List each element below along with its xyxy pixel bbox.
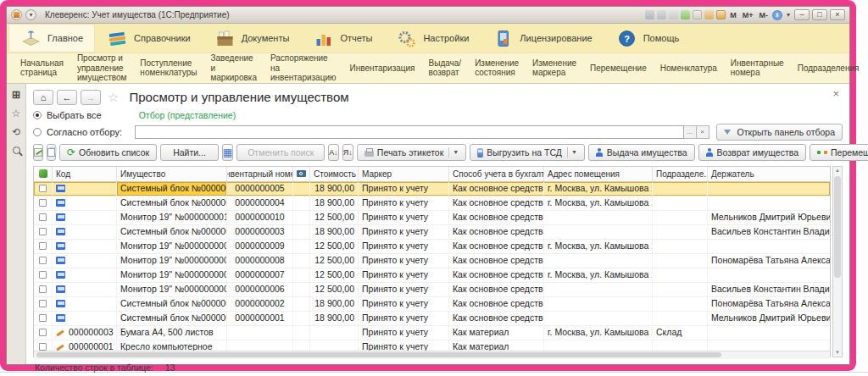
table-row[interactable]: 000000001Кресло компьютерноеПринято к уч… xyxy=(34,340,830,351)
memory-m-button[interactable]: M xyxy=(728,11,738,19)
row-select-cell[interactable] xyxy=(34,340,53,351)
form-close-icon[interactable]: × xyxy=(829,87,843,100)
header-address[interactable]: Адрес помещения xyxy=(544,167,653,181)
row-select-cell[interactable] xyxy=(34,240,53,253)
table-row[interactable]: Монитор 19" №0000000008000000000812 500,… xyxy=(34,254,830,268)
header-marker[interactable]: Маркер xyxy=(359,167,449,181)
row-checkbox[interactable] xyxy=(39,343,47,351)
row-select-cell[interactable] xyxy=(34,196,53,210)
table-row[interactable]: Системный блок №0000000003000000000318 9… xyxy=(34,225,830,240)
row-select-cell[interactable] xyxy=(34,268,53,282)
row-select-cell[interactable] xyxy=(34,254,53,268)
subnav-item-1[interactable]: Просмотр и управление имуществом xyxy=(70,53,133,83)
save-icon[interactable] xyxy=(645,10,654,19)
calendar-icon[interactable] xyxy=(716,10,726,19)
horizontal-scrollbar[interactable] xyxy=(34,351,830,359)
table-row[interactable]: Монитор 19" №0000000007000000000712 500,… xyxy=(34,268,830,283)
create-button[interactable] xyxy=(33,144,43,161)
row-checkbox[interactable] xyxy=(39,185,47,192)
filter-clear-icon[interactable]: × xyxy=(697,125,709,139)
header-account-method[interactable]: Способ учета в бухгалтерии xyxy=(449,167,544,181)
home-button[interactable]: ⌂ xyxy=(33,90,53,105)
header-name[interactable]: Имущество xyxy=(117,167,227,181)
row-select-cell[interactable] xyxy=(34,225,53,239)
table-row[interactable]: Монитор 19" №0000000009000000000912 500,… xyxy=(34,240,830,254)
row-checkbox[interactable] xyxy=(39,213,47,221)
star-icon[interactable]: ☆ xyxy=(108,90,119,105)
select-all-radio[interactable] xyxy=(33,111,42,119)
row-checkbox[interactable] xyxy=(39,242,47,250)
table-row[interactable]: 000000003Бумага А4, 500 листовПринято к … xyxy=(34,326,830,340)
row-select-cell[interactable] xyxy=(34,297,53,311)
minimize-button[interactable]: – xyxy=(794,9,810,20)
print-preview-icon[interactable] xyxy=(669,10,678,19)
subnav-item-9[interactable]: Перемещение xyxy=(583,64,654,74)
row-checkbox[interactable] xyxy=(39,314,47,322)
issue-asset-button[interactable]: Выдача имущества xyxy=(588,144,695,161)
header-inventory-number[interactable]: Инвентарный номер xyxy=(227,167,293,181)
table-row[interactable]: Монитор 19" №0000000010000000001012 500,… xyxy=(34,211,830,225)
subnav-item-10[interactable]: Номенклатура xyxy=(654,64,724,74)
refresh-button[interactable]: ⟳Обновить список xyxy=(59,144,157,161)
upload-tsd-button[interactable]: Выгрузить на ТСД▼ xyxy=(470,144,585,161)
row-select-cell[interactable] xyxy=(34,211,53,224)
back-button[interactable]: ← xyxy=(57,90,77,105)
scroll-down-icon[interactable]: ▼ xyxy=(835,349,840,357)
row-checkbox[interactable] xyxy=(39,199,47,207)
table-row[interactable]: Монитор 19" №0000000006000000000612 500,… xyxy=(34,283,830,297)
subnav-item-11[interactable]: Инвентарные номера xyxy=(724,58,791,78)
subnav-item-2[interactable]: Поступление номенклатуры xyxy=(133,58,203,78)
header-select[interactable] xyxy=(34,167,53,181)
table-row[interactable]: Системный блок №0000000004000000000418 9… xyxy=(34,196,830,211)
ribbon-tab-документы[interactable]: Документы xyxy=(203,24,302,53)
row-select-cell[interactable] xyxy=(34,326,53,340)
subnav-item-5[interactable]: Инвентаризация xyxy=(342,64,421,74)
close-button[interactable]: × xyxy=(830,9,845,20)
header-cost[interactable]: Стоимость xyxy=(310,167,359,181)
favorites-icon[interactable]: ☆ xyxy=(12,108,21,119)
ribbon-tab-лицензирование[interactable]: Лицензирование xyxy=(481,24,604,53)
return-asset-button[interactable]: Возврат имущества xyxy=(698,144,806,161)
vertical-scrollbar[interactable]: ▲ ▼ xyxy=(832,166,843,357)
subnav-item-6[interactable]: Выдача/возврат xyxy=(422,58,469,78)
memory-m-plus-button[interactable]: M+ xyxy=(741,11,755,19)
find-button[interactable]: Найти... xyxy=(160,144,219,161)
subnav-item-3[interactable]: Заведение и маркировка xyxy=(203,53,264,83)
table-row[interactable]: Системный блок №0000000005000000000518 9… xyxy=(34,182,830,196)
search-icon[interactable] xyxy=(13,147,20,154)
cancel-search-button[interactable]: Отменить поиск xyxy=(236,144,325,161)
row-checkbox[interactable] xyxy=(39,300,47,307)
row-select-cell[interactable] xyxy=(34,182,53,196)
sort-asc-button[interactable]: А↓ xyxy=(328,144,339,161)
info-icon[interactable]: i xyxy=(772,10,782,20)
services-icon[interactable] xyxy=(693,10,702,19)
row-checkbox[interactable] xyxy=(39,271,47,279)
subnav-item-7[interactable]: Изменение состояния xyxy=(468,58,526,78)
scrollbar-thumb[interactable] xyxy=(36,352,721,357)
subnav-item-4[interactable]: Распоряжение на инвентаризацию xyxy=(264,53,343,83)
row-checkbox[interactable] xyxy=(39,228,47,235)
table-row[interactable]: Системный блок №0000000001000000000118 9… xyxy=(34,312,830,326)
scrollbar-thumb[interactable] xyxy=(834,176,841,278)
ribbon-tab-помощь[interactable]: ?Помощь xyxy=(604,24,692,53)
ribbon-tab-главное[interactable]: Главное xyxy=(8,24,95,53)
subnav-item-12[interactable]: Подразделения xyxy=(791,64,866,74)
calculator-icon[interactable] xyxy=(704,10,714,19)
print-icon[interactable] xyxy=(657,10,666,19)
scroll-up-icon[interactable]: ▲ xyxy=(835,167,840,174)
copy-button[interactable] xyxy=(47,144,56,161)
memory-m-minus-button[interactable]: M- xyxy=(757,11,770,19)
ribbon-tab-настройки[interactable]: Настройки xyxy=(384,24,481,53)
sort-desc-button[interactable]: Я↓ xyxy=(342,144,353,161)
by-filter-radio[interactable] xyxy=(33,128,42,136)
system-menu-button[interactable] xyxy=(11,9,22,20)
print-labels-button[interactable]: Печать этикеток▼ xyxy=(357,144,466,161)
row-select-cell[interactable] xyxy=(34,283,53,296)
link-icon[interactable] xyxy=(681,10,690,19)
table-row[interactable]: Системный блок №0000000002000000000218 9… xyxy=(34,297,830,312)
filter-input[interactable] xyxy=(135,125,684,139)
configure-columns-button[interactable]: ▦ xyxy=(222,144,233,161)
row-checkbox[interactable] xyxy=(39,257,47,264)
system-menu-dropdown[interactable]: ▾ xyxy=(25,9,36,20)
functions-menu-icon[interactable]: ⊞ xyxy=(12,90,20,100)
